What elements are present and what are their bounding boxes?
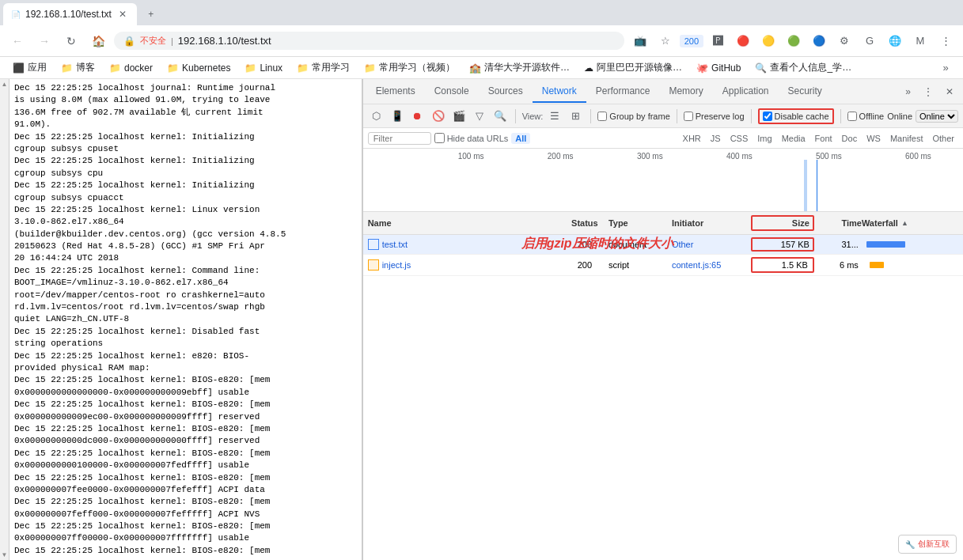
filter-img[interactable]: Img xyxy=(753,133,775,144)
clear-button[interactable]: 🚫 xyxy=(430,108,447,125)
bookmark-alibaba[interactable]: ☁ 阿里巴巴开源镜像… xyxy=(578,59,688,76)
reload-button[interactable]: ↻ xyxy=(60,30,82,52)
tab-network[interactable]: Network xyxy=(533,81,586,103)
offline-checkbox-group[interactable]: Offline xyxy=(847,112,885,121)
terminal-line: cgroup subsys cpuacct xyxy=(14,192,357,204)
preserve-log-checkbox[interactable] xyxy=(684,112,693,121)
row-waterfall-cell xyxy=(862,240,958,248)
disable-cache-checkbox-group[interactable]: Disable cache xyxy=(758,108,834,124)
video-icon[interactable]: 🎬 xyxy=(450,108,468,125)
view-grid-icon[interactable]: ⊞ xyxy=(567,108,584,125)
col-name-header[interactable]: Name xyxy=(368,218,561,228)
ext-icon-5[interactable]: ⚙ xyxy=(833,30,855,52)
tab-performance[interactable]: Performance xyxy=(586,81,660,103)
filter-manifest[interactable]: Manifest xyxy=(886,133,927,144)
bookmark-linux[interactable]: 📁 Linux xyxy=(238,61,289,75)
terminal-line: Dec 15 22:25:25 localhost kernel: BIOS-e… xyxy=(14,520,357,532)
col-size-header[interactable]: Size xyxy=(751,215,814,231)
search-icon-btn[interactable]: 🔍 xyxy=(491,108,509,125)
bookmark-docker[interactable]: 📁 docker xyxy=(103,61,159,75)
filter-other[interactable]: Other xyxy=(928,133,958,144)
hide-data-urls-checkbox[interactable] xyxy=(434,133,445,143)
devtools-more-button[interactable]: » xyxy=(899,83,917,100)
filter-media[interactable]: Media xyxy=(778,133,809,144)
bookmark-profile[interactable]: 🔍 查看个人信息_学… xyxy=(749,59,858,76)
bookmark-github[interactable]: 🐙 GitHub xyxy=(690,61,747,75)
record-button[interactable]: ⏺ xyxy=(409,108,427,125)
col-initiator-header[interactable]: Initiator xyxy=(672,218,751,228)
browser-tab[interactable]: 📄 192.168.1.10/test.txt ✕ xyxy=(3,3,137,25)
view-list-icon[interactable]: ☰ xyxy=(546,108,563,125)
tab-security[interactable]: Security xyxy=(779,81,832,103)
terminal-line: Dec 15 22:25:25 localhost kernel: Disabl… xyxy=(14,326,357,338)
forward-button[interactable]: → xyxy=(33,30,55,52)
terminal-line: string operations xyxy=(14,338,357,350)
devtools-settings-icon[interactable]: ⋮ xyxy=(917,83,939,100)
table-row[interactable]: inject.js 200 script content.js:65 1.5 K… xyxy=(363,255,963,276)
menu-icon[interactable]: ⋮ xyxy=(935,30,957,52)
bookmark-blog[interactable]: 📁 博客 xyxy=(55,59,101,76)
disable-cache-checkbox[interactable] xyxy=(763,112,772,121)
bookmark-tsinghua[interactable]: 🏫 清华大学开源软件… xyxy=(463,59,576,76)
ext-icon-7[interactable]: M xyxy=(909,30,931,52)
col-status-header[interactable]: Status xyxy=(561,218,609,228)
not-secure-label: 不安全 xyxy=(140,35,166,47)
filter-js[interactable]: JS xyxy=(707,133,725,144)
tab-sources[interactable]: Sources xyxy=(479,81,533,103)
mobile-icon[interactable]: 📱 xyxy=(389,108,406,125)
cursor-icon[interactable]: ⬡ xyxy=(368,108,385,125)
row-name-text: inject.js xyxy=(382,260,561,270)
tab-console[interactable]: Console xyxy=(425,81,479,103)
home-button[interactable]: 🏠 xyxy=(87,30,109,52)
tab-memory[interactable]: Memory xyxy=(659,81,712,103)
cast-icon[interactable]: 📺 xyxy=(629,30,651,52)
devtools-close-button[interactable]: ✕ xyxy=(939,83,960,100)
ext-icon-2[interactable]: 🟡 xyxy=(757,30,779,52)
bookmark-star-icon[interactable]: ☆ xyxy=(654,30,677,52)
filter-input[interactable] xyxy=(368,132,431,145)
hide-data-urls-label[interactable]: Hide data URLs xyxy=(434,133,509,143)
group-by-frame-checkbox-group[interactable]: Group by frame xyxy=(597,112,669,121)
tab-close-button[interactable]: ✕ xyxy=(116,8,129,21)
bookmark-apps[interactable]: ⬛ 应用 xyxy=(6,59,53,76)
ext-icon-1[interactable]: 🔴 xyxy=(732,30,754,52)
filter-doc[interactable]: Doc xyxy=(838,133,862,144)
tab-elements[interactable]: Elements xyxy=(366,81,425,103)
offline-checkbox[interactable] xyxy=(847,112,857,121)
extensions-score[interactable]: 200 xyxy=(680,35,703,47)
ext-icon-4[interactable]: 🔵 xyxy=(808,30,830,52)
toolbar-divider-3 xyxy=(677,109,677,123)
new-tab-button[interactable]: + xyxy=(140,3,162,25)
tab-application[interactable]: Application xyxy=(713,81,779,103)
filter-css[interactable]: CSS xyxy=(726,133,753,144)
throttling-select[interactable]: Online xyxy=(916,110,958,123)
address-input-wrap[interactable]: 🔒 不安全 | 192.168.1.10/test.txt xyxy=(114,32,624,50)
col-type-header[interactable]: Type xyxy=(609,218,672,228)
filter-font[interactable]: Font xyxy=(811,133,836,144)
back-button[interactable]: ← xyxy=(6,30,28,52)
terminal-line: rd.lvm.lv=centos/root rd.lvm.lv=centos/s… xyxy=(14,301,357,313)
toolbar-divider-5 xyxy=(840,109,841,123)
tab-bar: 📄 192.168.1.10/test.txt ✕ + xyxy=(0,0,963,25)
bookmark-kubernetes[interactable]: 📁 Kubernetes xyxy=(161,61,237,75)
ext-icon-g[interactable]: G xyxy=(859,30,881,52)
pocket-icon[interactable]: 🅿 xyxy=(707,30,729,52)
terminal-line: 3.10.0-862.el7.x86_64 xyxy=(14,216,357,228)
preserve-log-checkbox-group[interactable]: Preserve log xyxy=(684,112,745,121)
scroll-down-arrow[interactable]: ▼ xyxy=(0,550,9,560)
group-by-frame-checkbox[interactable] xyxy=(597,112,607,121)
scroll-up-arrow[interactable]: ▲ xyxy=(0,79,9,89)
bookmarks-more-icon[interactable]: » xyxy=(935,57,957,79)
bookmark-study-video[interactable]: 📁 常用学习（视频） xyxy=(358,59,461,76)
filter-icon[interactable]: ▽ xyxy=(471,108,488,125)
col-time-header[interactable]: Time xyxy=(814,218,862,228)
filter-xhr[interactable]: XHR xyxy=(679,133,705,144)
timeline-label-200: 200 ms xyxy=(516,152,605,161)
ext-icon-3[interactable]: 🟢 xyxy=(783,30,805,52)
filter-ws[interactable]: WS xyxy=(863,133,885,144)
ext-icon-6[interactable]: 🌐 xyxy=(884,30,906,52)
tab-favicon-icon: 📄 xyxy=(11,10,21,19)
filter-all-button[interactable]: All xyxy=(511,133,530,144)
bookmark-study[interactable]: 📁 常用学习 xyxy=(290,59,356,76)
col-waterfall-header[interactable]: Waterfall ▲ xyxy=(862,218,958,228)
